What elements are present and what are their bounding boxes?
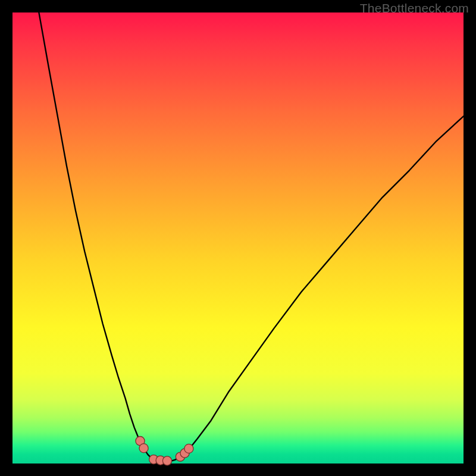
marker-point	[184, 444, 193, 453]
marker-group	[136, 437, 193, 466]
curve-right-branch	[179, 116, 464, 458]
chart-svg	[12, 12, 464, 464]
watermark-text: TheBottleneck.com	[360, 1, 469, 15]
curve-left-branch	[37, 4, 152, 459]
marker-point	[162, 456, 171, 465]
marker-point	[139, 444, 148, 453]
chart-frame	[12, 12, 464, 464]
